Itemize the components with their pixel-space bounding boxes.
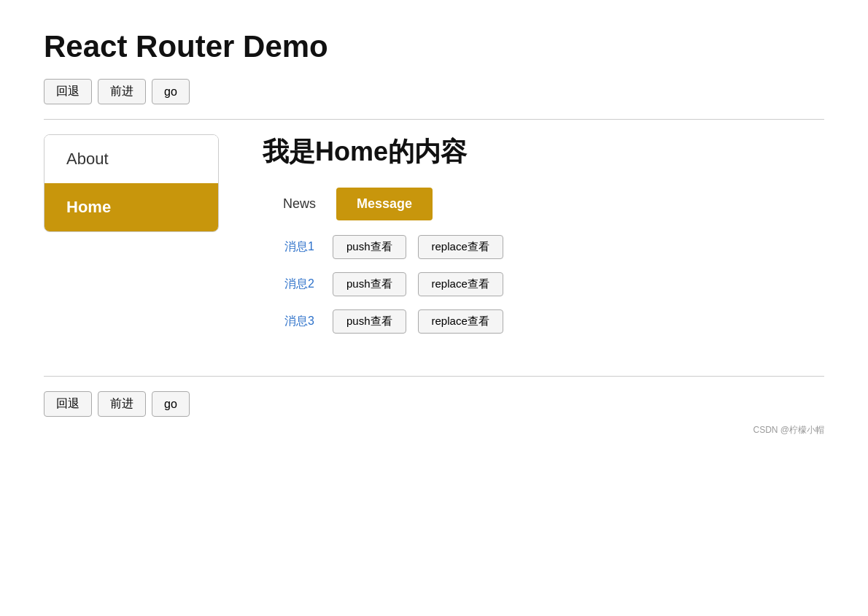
sub-tabs: News Message — [263, 188, 824, 220]
message-link-2[interactable]: 消息2 — [284, 277, 321, 292]
push-button-3[interactable]: push查看 — [333, 309, 406, 334]
top-forward-button[interactable]: 前进 — [98, 79, 146, 104]
message-list: 消息1 push查看 replace查看 消息2 push查看 replace查… — [263, 235, 824, 334]
sidebar-item-about[interactable]: About — [44, 135, 218, 183]
bottom-go-button[interactable]: go — [152, 391, 190, 417]
message-link-1[interactable]: 消息1 — [284, 239, 321, 255]
page-title: React Router Demo — [44, 29, 824, 64]
message-link-3[interactable]: 消息3 — [284, 314, 321, 329]
top-back-button[interactable]: 回退 — [44, 79, 92, 104]
bottom-controls: 回退 前进 go — [44, 391, 824, 417]
bottom-back-button[interactable]: 回退 — [44, 391, 92, 417]
top-divider — [44, 119, 824, 120]
top-controls: 回退 前进 go — [44, 79, 824, 104]
watermark: CSDN @柠檬小帽 — [44, 424, 824, 436]
replace-button-2[interactable]: replace查看 — [418, 272, 503, 296]
content-area: 我是Home的内容 News Message 消息1 push查看 replac… — [263, 134, 824, 347]
sidebar-item-home[interactable]: Home — [44, 183, 218, 231]
list-item: 消息1 push查看 replace查看 — [284, 235, 824, 259]
list-item: 消息3 push查看 replace查看 — [284, 309, 824, 334]
content-title: 我是Home的内容 — [263, 134, 824, 170]
list-item: 消息2 push查看 replace查看 — [284, 272, 824, 296]
tab-news[interactable]: News — [263, 188, 336, 220]
top-go-button[interactable]: go — [152, 79, 190, 104]
replace-button-3[interactable]: replace查看 — [418, 309, 503, 334]
main-layout: About Home 我是Home的内容 News Message 消息1 pu… — [44, 134, 824, 347]
bottom-divider — [44, 376, 824, 377]
push-button-1[interactable]: push查看 — [333, 235, 406, 259]
push-button-2[interactable]: push查看 — [333, 272, 406, 296]
sidebar: About Home — [44, 134, 219, 232]
bottom-forward-button[interactable]: 前进 — [98, 391, 146, 417]
replace-button-1[interactable]: replace查看 — [418, 235, 503, 259]
tab-message[interactable]: Message — [336, 188, 433, 220]
